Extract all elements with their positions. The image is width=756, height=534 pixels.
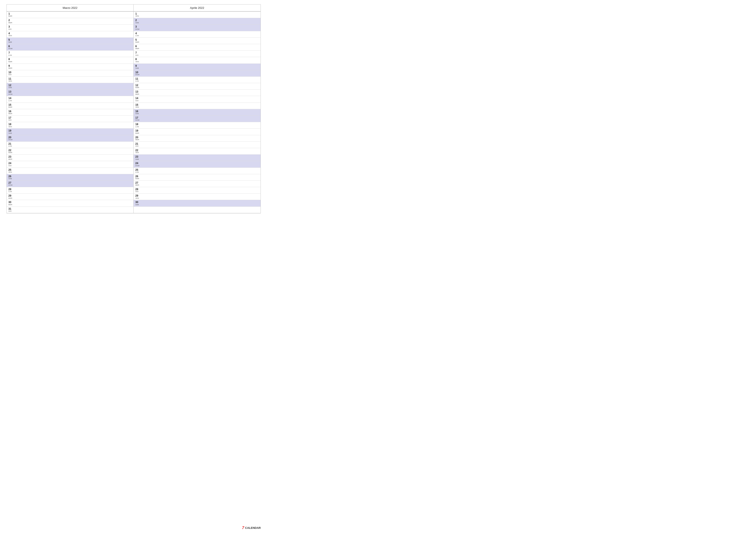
march-day-28: 28 LUN	[7, 187, 134, 193]
days-row: 27 DOM 27 MER	[7, 181, 260, 187]
april-day-empty	[134, 207, 260, 213]
day-info: 24 GIO	[9, 162, 13, 167]
day-name: LUN	[9, 100, 13, 102]
march-day-11: 11 VEN	[7, 77, 134, 83]
day-name: DOM	[9, 139, 13, 141]
day-number: 2	[135, 19, 140, 22]
day-name: DOM	[135, 119, 140, 121]
day-number: 22	[135, 149, 140, 152]
april-day-11: 11 LUN	[134, 77, 260, 83]
day-name: MER	[9, 204, 13, 206]
day-info: 13 DOM	[9, 90, 13, 95]
march-day-14: 14 LUN	[7, 96, 134, 103]
march-day-12: 12 SAB	[7, 83, 134, 89]
day-name: DOM	[135, 74, 140, 76]
april-day-6: 6 MER	[134, 44, 260, 51]
day-info: 2 MER	[9, 19, 13, 24]
march-day-24: 24 GIO	[7, 161, 134, 167]
day-name: MAR	[9, 61, 13, 63]
day-info: 20 DOM	[9, 136, 13, 141]
april-day-27: 27 MER	[134, 181, 260, 187]
day-name: GIO	[135, 145, 140, 147]
march-day-16: 16 MER	[7, 109, 134, 115]
day-number: 6	[135, 45, 140, 48]
day-number: 11	[135, 77, 140, 80]
day-name: MAR	[135, 41, 140, 43]
march-day-13: 13 DOM	[7, 89, 134, 96]
day-name: VEN	[9, 126, 13, 128]
day-number: 14	[9, 97, 13, 100]
day-number: 24	[9, 162, 13, 165]
day-info: 31 GIO	[9, 207, 13, 212]
march-day-9: 9 MER	[7, 64, 134, 70]
day-info: 13 MER	[135, 90, 140, 95]
day-name: VEN	[9, 35, 13, 37]
day-info: 23 MER	[9, 155, 13, 160]
day-name: SAB	[135, 204, 140, 206]
day-number: 21	[9, 142, 13, 145]
calendar-grid: Marzo 2022Aprile 2022 1 MAR 1 VEN 2 MER …	[7, 4, 261, 214]
march-day-3: 3 GIO	[7, 25, 134, 31]
day-name: VEN	[135, 61, 140, 63]
march-day-29: 29 MAR	[7, 193, 134, 200]
days-row: 3 GIO 3 DOM	[7, 25, 260, 31]
day-info: 28 GIO	[135, 188, 140, 193]
april-day-7: 7 GIO	[134, 51, 260, 57]
day-number: 22	[9, 149, 13, 152]
day-info: 2 SAB	[135, 19, 140, 24]
april-day-30: 30 SAB	[134, 200, 260, 207]
day-number: 7	[135, 51, 140, 54]
day-info: 26 SAB	[9, 175, 13, 180]
days-row: 10 GIO 10 DOM	[7, 70, 260, 77]
month-header-0: Marzo 2022	[7, 5, 134, 12]
day-info: 6 DOM	[9, 45, 13, 50]
day-info: 9 MER	[9, 64, 13, 69]
day-name: GIO	[9, 165, 13, 167]
day-number: 24	[135, 162, 140, 165]
day-name: SAB	[9, 132, 13, 134]
day-info: 29 MAR	[9, 194, 13, 199]
april-day-1: 1 VEN	[134, 12, 260, 18]
day-name: LUN	[9, 145, 13, 147]
day-number: 21	[135, 142, 140, 145]
april-day-10: 10 DOM	[134, 70, 260, 77]
day-info: 7 LUN	[9, 51, 13, 56]
days-row: 25 VEN 25 LUN	[7, 168, 260, 174]
april-day-9: 9 SAB	[134, 64, 260, 70]
march-day-10: 10 GIO	[7, 70, 134, 77]
day-name: LUN	[135, 35, 140, 37]
day-info: 24 DOM	[135, 162, 140, 167]
day-number: 18	[9, 123, 13, 126]
day-number: 9	[135, 64, 140, 67]
day-info: 18 VEN	[9, 123, 13, 128]
april-day-16: 16 SAB	[134, 109, 260, 115]
day-name: VEN	[135, 197, 140, 199]
day-info: 8 VEN	[135, 58, 140, 63]
days-row: 5 SAB 5 MAR	[7, 38, 260, 44]
day-name: MAR	[135, 87, 140, 89]
day-name: VEN	[9, 171, 13, 173]
day-name: MAR	[9, 152, 13, 154]
day-name: MAR	[9, 15, 13, 17]
march-day-20: 20 DOM	[7, 135, 134, 142]
day-number: 20	[135, 136, 140, 139]
day-name: LUN	[135, 80, 140, 82]
day-number: 30	[9, 201, 13, 204]
april-day-13: 13 MER	[134, 89, 260, 96]
march-day-17: 17 GIO	[7, 115, 134, 122]
day-name: DOM	[135, 165, 140, 167]
day-name: GIO	[9, 74, 13, 76]
day-number: 18	[135, 123, 140, 126]
days-row: 13 DOM 13 MER	[7, 89, 260, 96]
brand-footer: 7 CALENDAR	[242, 526, 261, 530]
day-number: 28	[9, 188, 13, 191]
day-name: MAR	[9, 197, 13, 199]
day-number: 26	[9, 175, 13, 178]
day-info: 26 MAR	[135, 175, 140, 180]
march-day-31: 31 GIO	[7, 207, 134, 213]
day-name: MER	[9, 159, 13, 161]
day-name: DOM	[135, 28, 140, 30]
day-name: MER	[135, 48, 140, 50]
day-name: LUN	[9, 55, 13, 56]
april-day-17: 17 DOM	[134, 115, 260, 122]
